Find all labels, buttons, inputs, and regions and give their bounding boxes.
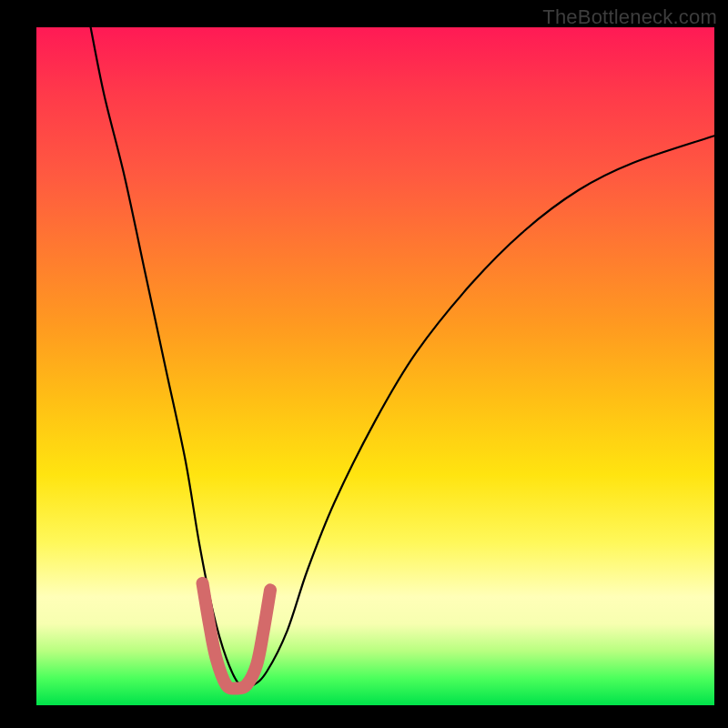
chart-frame: TheBottleneck.com bbox=[0, 0, 728, 728]
trough-highlight bbox=[203, 583, 270, 689]
watermark-text: TheBottleneck.com bbox=[542, 5, 717, 29]
plot-area bbox=[36, 27, 714, 705]
bottleneck-curve bbox=[91, 27, 714, 688]
chart-svg bbox=[36, 27, 714, 705]
